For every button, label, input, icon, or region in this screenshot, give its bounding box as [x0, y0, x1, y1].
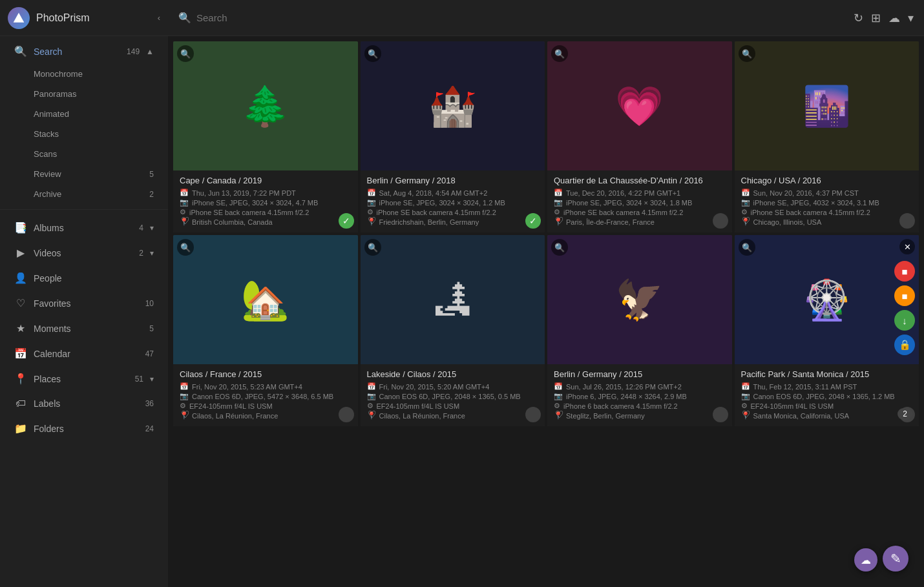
photo-camera-p4: 📷 iPhone SE, JPEG, 4032 × 3024, 3.1 MB: [741, 198, 913, 207]
photo-heart-p5[interactable]: ♡: [177, 407, 193, 422]
photo-check-p6[interactable]: [525, 407, 541, 422]
favorites-count: 10: [145, 299, 154, 308]
grid-icon[interactable]: ⊞: [871, 11, 881, 25]
sidebar-item-archive[interactable]: Archive 2: [4, 184, 164, 204]
photo-heart-p3[interactable]: ♡: [551, 213, 567, 229]
photo-close-p8[interactable]: ✕: [899, 239, 915, 254]
sidebar-item-panoramas[interactable]: Panoramas: [4, 84, 164, 104]
chevron-down-icon[interactable]: ▾: [908, 11, 914, 25]
photo-card-p2[interactable]: 🏰🔍♡✓Berlin / Germany / 2018📅 Sat, Aug 4,…: [361, 41, 545, 232]
photo-check-p7[interactable]: [713, 407, 728, 422]
places-count: 51: [135, 375, 143, 384]
archive-count: 2: [149, 190, 154, 199]
action-btn-p8-0[interactable]: ■: [894, 261, 915, 282]
photo-heart-p7[interactable]: ♡: [551, 407, 567, 422]
photo-heart-p8[interactable]: ♡: [739, 407, 754, 422]
photo-title-p2: Berlin / Germany / 2018: [367, 176, 539, 185]
photo-card-p4[interactable]: 🌆🔍♡Chicago / USA / 2016📅 Sun, Nov 20, 20…: [735, 41, 919, 232]
sidebar-item-videos[interactable]: ▶ Videos 2 ▾: [4, 240, 164, 265]
photo-heart-p4[interactable]: ♡: [739, 213, 754, 229]
sidebar-item-search[interactable]: 🔍 Search 149 ▲: [4, 39, 164, 64]
photo-card-p3[interactable]: 💗🔍♡Quartier de La Chaussée-D'Antin / 201…: [547, 41, 732, 232]
photo-heart-p6[interactable]: ♡: [364, 407, 380, 422]
photo-check-p2[interactable]: ✓: [525, 213, 541, 229]
albums-expand-icon[interactable]: ▾: [150, 223, 154, 232]
photo-card-p7[interactable]: 🦅🔍♡Berlin / Germany / 2015📅 Sun, Jul 26,…: [547, 235, 732, 426]
photo-check-p1[interactable]: ✓: [339, 213, 354, 229]
zoom-icon-p7[interactable]: 🔍: [551, 239, 568, 256]
sidebar-collapse-icon[interactable]: ‹: [158, 13, 160, 23]
photo-overlay-icons-p2: 🔍: [364, 45, 381, 62]
photo-location-p3: 📍 Paris, Île-de-France, France: [554, 218, 726, 226]
albums-label: Albums: [34, 223, 132, 233]
cloud-icon-bottom: ☁: [861, 554, 871, 566]
zoom-icon-p5[interactable]: 🔍: [177, 239, 194, 256]
photo-info-p8: Pacific Park / Santa Monica / 2015📅 Thu,…: [735, 364, 919, 426]
photo-location-p6: 📍 Cilaos, La Réunion, France: [367, 411, 539, 420]
sidebar-item-labels[interactable]: 🏷 Labels 36: [4, 391, 164, 416]
action-btn-p8-2[interactable]: ↓: [894, 310, 915, 331]
sidebar-item-stacks[interactable]: Stacks: [4, 124, 164, 144]
photo-card-p8[interactable]: 🎡🔍✕■■↓🔒♡2Pacific Park / Santa Monica / 2…: [735, 235, 919, 426]
sidebar-item-favorites[interactable]: ♡ Favorites 10: [4, 291, 164, 316]
sidebar-item-moments[interactable]: ★ Moments 5: [4, 316, 164, 341]
photo-camera-p1: 📷 iPhone SE, JPEG, 3024 × 3024, 4.7 MB: [180, 198, 352, 207]
cloud-upload-icon[interactable]: ☁: [888, 11, 900, 25]
refresh-icon[interactable]: ↻: [854, 11, 863, 25]
action-btn-p8-3[interactable]: 🔒: [894, 335, 915, 355]
photo-date-p3: 📅 Tue, Dec 20, 2016, 4:22 PM GMT+1: [554, 189, 726, 197]
sidebar-item-folders[interactable]: 📁 Folders 24: [4, 416, 164, 441]
fab-button[interactable]: ✎: [883, 546, 908, 572]
action-btn-p8-1[interactable]: ■: [894, 285, 915, 306]
photo-heart-p2[interactable]: ♡: [364, 213, 380, 229]
photo-check-p3[interactable]: [713, 213, 728, 229]
zoom-icon-p6[interactable]: 🔍: [364, 239, 381, 256]
svg-marker-0: [14, 12, 25, 22]
videos-label: Videos: [34, 248, 132, 258]
calendar-meta-icon: 📅: [554, 189, 563, 197]
videos-expand-icon[interactable]: ▾: [150, 249, 154, 258]
sidebar-item-review[interactable]: Review 5: [4, 164, 164, 184]
search-expand-icon[interactable]: ▲: [146, 47, 154, 56]
sidebar-item-places[interactable]: 📍 Places 51 ▾: [4, 366, 164, 391]
search-box[interactable]: 🔍: [178, 12, 848, 24]
photo-location-p4: 📍 Chicago, Illinois, USA: [741, 218, 913, 226]
folders-count: 24: [145, 424, 154, 433]
photo-title-p6: Lakeside / Cilaos / 2015: [367, 369, 539, 379]
zoom-icon-p8[interactable]: 🔍: [739, 239, 755, 256]
labels-label: Labels: [34, 398, 139, 409]
sidebar-item-calendar[interactable]: 📅 Calendar 47: [4, 341, 164, 366]
review-label: Review: [34, 169, 61, 179]
sidebar-item-monochrome[interactable]: Monochrome: [4, 64, 164, 84]
photo-overlay-icons-p8: 🔍: [739, 239, 755, 256]
zoom-icon-p4[interactable]: 🔍: [739, 45, 755, 62]
zoom-icon-p1[interactable]: 🔍: [177, 45, 194, 62]
photo-title-p4: Chicago / USA / 2016: [741, 176, 913, 185]
sidebar-item-people[interactable]: 👤 People: [4, 265, 164, 291]
search-input[interactable]: [196, 12, 848, 23]
zoom-icon-p3[interactable]: 🔍: [551, 45, 568, 62]
photo-heart-p1[interactable]: ♡: [177, 213, 193, 229]
photo-card-p1[interactable]: 🌲🔍♡✓Cape / Canada / 2019📅 Thu, Jun 13, 2…: [173, 41, 358, 232]
photo-info-p6: Lakeside / Cilaos / 2015📅 Fri, Nov 20, 2…: [361, 364, 545, 426]
app-logo[interactable]: [8, 7, 30, 29]
photo-lens-p3: ⚙ iPhone SE back camera 4.15mm f/2.2: [554, 208, 726, 216]
zoom-icon-p2[interactable]: 🔍: [364, 45, 381, 62]
photo-card-p5[interactable]: 🏡🔍♡Cilaos / France / 2015📅 Fri, Nov 20, …: [173, 235, 358, 426]
photo-check-p5[interactable]: [339, 407, 354, 422]
photo-check-p4[interactable]: [899, 213, 915, 229]
calendar-meta-icon: 📅: [180, 382, 189, 391]
camera-meta-icon: 📷: [554, 198, 563, 207]
photo-card-p6[interactable]: 🏞🔍♡Lakeside / Cilaos / 2015📅 Fri, Nov 20…: [361, 235, 545, 426]
cloud-notification-button[interactable]: ☁: [854, 548, 877, 572]
calendar-meta-icon: 📅: [741, 382, 750, 391]
sidebar-item-albums[interactable]: 📑 Albums 4 ▾: [4, 215, 164, 240]
sidebar-item-animated[interactable]: Animated: [4, 104, 164, 124]
photo-date-p1: 📅 Thu, Jun 13, 2019, 7:22 PM PDT: [180, 189, 352, 197]
photo-overlay-icons-p4: 🔍: [739, 45, 755, 62]
camera-meta-icon: 📷: [367, 198, 376, 207]
folders-icon: 📁: [14, 422, 27, 435]
places-expand-icon[interactable]: ▾: [150, 375, 154, 384]
sidebar-item-scans[interactable]: Scans: [4, 144, 164, 164]
photo-location-p1: 📍 British Columbia, Canada: [180, 218, 352, 226]
